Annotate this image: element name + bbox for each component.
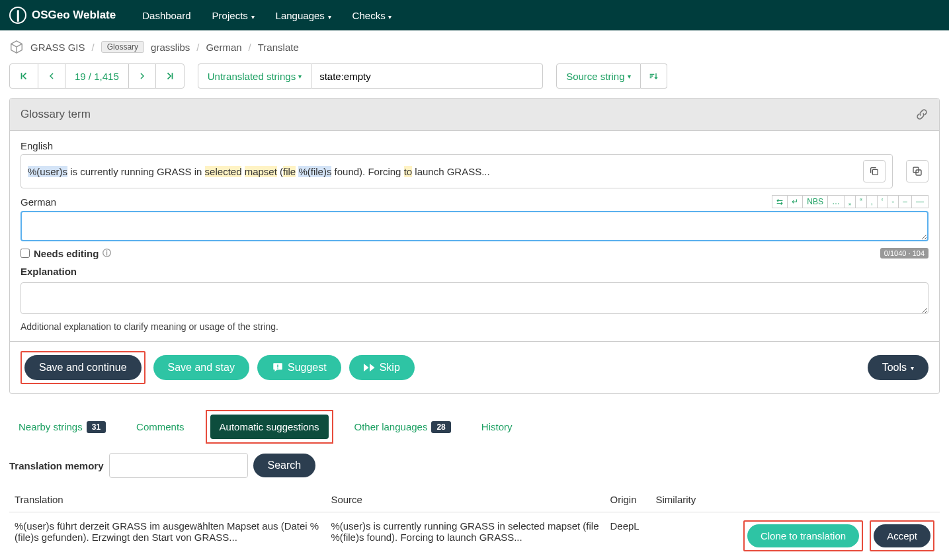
badge: 31 xyxy=(87,421,106,433)
next-button[interactable] xyxy=(128,63,156,89)
nav-languages[interactable]: Languages ▾ xyxy=(265,2,342,29)
brand[interactable]: OSGeo Weblate xyxy=(9,7,116,24)
panel-title: Glossary term xyxy=(21,108,91,121)
cell-origin: DeepL xyxy=(604,512,650,560)
sort-direction-button[interactable] xyxy=(641,63,667,89)
prev-button[interactable] xyxy=(38,63,65,89)
tm-search-button[interactable]: Search xyxy=(253,454,316,477)
char-btn[interactable]: - xyxy=(887,195,899,208)
skip-button[interactable]: Skip xyxy=(349,355,415,380)
nav-projects[interactable]: Projects ▾ xyxy=(202,2,265,29)
char-toolbar: ⇆ ↵ NBS … „ “ ‚ ‘ - – — xyxy=(772,195,928,208)
chevron-down-icon: ▾ xyxy=(387,13,392,20)
svg-rect-0 xyxy=(872,169,878,175)
table-row: %(user)s führt derzeit GRASS im ausgewäh… xyxy=(9,512,940,560)
accept-button[interactable]: Accept xyxy=(874,524,930,547)
tools-dropdown[interactable]: Tools▾ xyxy=(868,355,928,380)
cell-translation: %(user)s führt derzeit GRASS im ausgewäh… xyxy=(9,512,325,560)
char-btn[interactable]: ⇆ xyxy=(772,195,788,208)
tab-nearby[interactable]: Nearby strings31 xyxy=(9,415,115,440)
tab-other-languages[interactable]: Other languages28 xyxy=(345,415,460,440)
source-string: %(user)s is currently running GRASS in s… xyxy=(21,154,893,188)
cell-source: %(user)s is currently running GRASS in s… xyxy=(325,512,604,560)
nav-checks[interactable]: Checks ▾ xyxy=(342,2,403,29)
source-label: English xyxy=(21,140,928,151)
chevron-down-icon: ▾ xyxy=(911,364,914,372)
cube-icon xyxy=(9,40,24,54)
tm-input[interactable] xyxy=(109,453,248,478)
tm-label: Translation memory xyxy=(9,460,104,471)
search-input[interactable] xyxy=(311,63,543,89)
char-btn[interactable]: — xyxy=(911,195,928,208)
panel-footer: Save and continue Save and stay Suggest … xyxy=(10,341,939,393)
sort-group: Source string▾ xyxy=(556,63,667,89)
char-btn[interactable]: ↵ xyxy=(787,195,803,208)
position[interactable]: 19 / 1,415 xyxy=(65,63,129,89)
tm-search-row: Translation memory Search xyxy=(0,450,949,487)
col-source: Source xyxy=(325,487,604,512)
bc-page[interactable]: Translate xyxy=(258,42,299,53)
tab-auto-suggestions[interactable]: Automatic suggestions xyxy=(210,415,329,439)
col-similarity: Similarity xyxy=(650,487,708,512)
suggestions-table: Translation Source Origin Similarity %(u… xyxy=(9,487,940,559)
tab-history[interactable]: History xyxy=(472,415,522,439)
needs-editing-checkbox[interactable] xyxy=(21,249,30,258)
brand-text: OSGeo Weblate xyxy=(32,9,116,22)
needs-editing-label[interactable]: Needs editing ⓘ xyxy=(21,247,111,259)
annotation-box: Save and continue xyxy=(21,351,145,384)
chevron-down-icon: ▾ xyxy=(298,73,302,80)
bc-language[interactable]: German xyxy=(206,42,241,53)
tabs: Nearby strings31 Comments Automatic sugg… xyxy=(0,394,949,450)
char-btn[interactable]: … xyxy=(827,195,845,208)
clone-icon[interactable] xyxy=(906,160,928,182)
info-icon: ⓘ xyxy=(103,247,111,259)
svg-rect-4 xyxy=(277,368,278,369)
last-button[interactable] xyxy=(155,63,185,89)
tab-comments[interactable]: Comments xyxy=(127,415,194,439)
char-btn[interactable]: – xyxy=(898,195,912,208)
col-translation: Translation xyxy=(9,487,325,512)
filter-group: Untranslated strings▾ xyxy=(198,63,543,89)
char-btn[interactable]: „ xyxy=(844,195,856,208)
bc-project[interactable]: GRASS GIS xyxy=(30,42,85,53)
cell-similarity xyxy=(650,512,708,560)
weblate-logo-icon xyxy=(9,7,26,24)
copy-icon[interactable] xyxy=(863,160,886,182)
char-btn[interactable]: ‚ xyxy=(866,195,878,208)
annotation-box: Automatic suggestions xyxy=(206,410,333,444)
source-text: %(user)s is currently running GRASS in s… xyxy=(28,166,863,177)
annotation-box: Accept xyxy=(870,520,934,551)
link-icon[interactable] xyxy=(915,108,928,121)
topbar: OSGeo Weblate Dashboard Projects ▾ Langu… xyxy=(0,0,949,30)
breadcrumb: GRASS GIS / Glossary grasslibs / German … xyxy=(0,30,949,63)
translation-input[interactable] xyxy=(21,211,928,241)
chevron-down-icon: ▾ xyxy=(326,13,331,20)
pager: 19 / 1,415 xyxy=(9,63,185,89)
suggest-button[interactable]: Suggest xyxy=(257,355,341,380)
sort-dropdown[interactable]: Source string▾ xyxy=(556,63,640,89)
explanation-input[interactable] xyxy=(21,282,928,314)
char-btn[interactable]: “ xyxy=(855,195,867,208)
save-continue-button[interactable]: Save and continue xyxy=(24,355,142,380)
target-label: German xyxy=(21,196,56,208)
clone-button[interactable]: Clone to translation xyxy=(747,524,859,547)
suggest-icon xyxy=(272,362,284,374)
glossary-badge: Glossary xyxy=(101,41,144,53)
bc-component[interactable]: grasslibs xyxy=(151,42,190,53)
nav-dashboard[interactable]: Dashboard xyxy=(132,2,201,29)
explanation-help: Additional explanation to clarify meanin… xyxy=(21,321,928,332)
bc-sep: / xyxy=(249,42,251,53)
char-btn[interactable]: ‘ xyxy=(877,195,888,208)
bc-sep: / xyxy=(92,42,95,53)
save-stay-button[interactable]: Save and stay xyxy=(153,355,249,380)
translation-panel: Glossary term English %(user)s is curren… xyxy=(9,98,940,394)
filter-dropdown[interactable]: Untranslated strings▾ xyxy=(198,63,311,89)
chevron-down-icon: ▾ xyxy=(628,73,631,80)
annotation-box: Clone to translation xyxy=(743,520,863,551)
char-btn[interactable]: NBS xyxy=(802,195,828,208)
col-origin: Origin xyxy=(604,487,650,512)
bc-sep: / xyxy=(196,42,199,53)
panel-header: Glossary term xyxy=(10,99,939,131)
first-button[interactable] xyxy=(9,63,38,89)
explanation-label: Explanation xyxy=(21,266,928,277)
